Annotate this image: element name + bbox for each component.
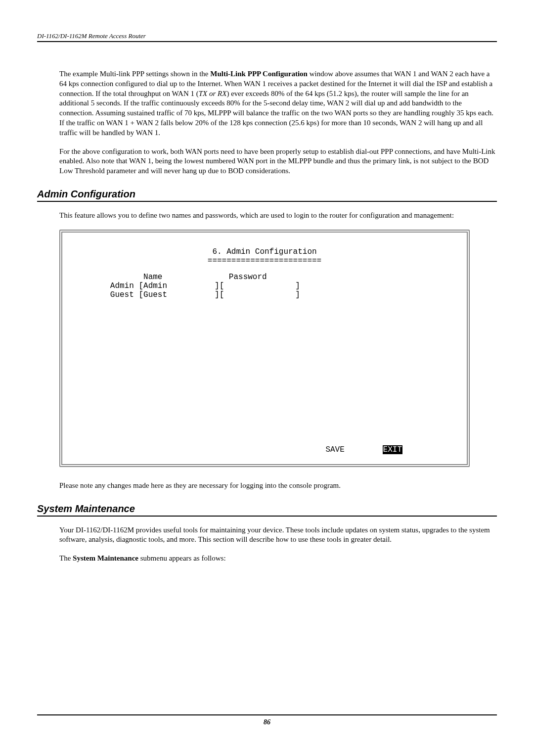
terminal-title: 6. Admin Configuration (72, 247, 457, 256)
paragraph-1: The example Multi-link PPP settings show… (59, 69, 497, 138)
terminal-col-header: Name Password (72, 273, 267, 282)
p1-bold1: Multi-Link PPP Configuration (210, 70, 308, 78)
p1-seg1: The example Multi-link PPP settings show… (59, 70, 210, 78)
heading-rule (37, 201, 497, 202)
heading-rule-2 (37, 516, 497, 517)
paragraph-2: For the above configuration to work, bot… (59, 147, 497, 176)
page-header: DI-1162/DI-1162M Remote Access Router (37, 32, 497, 42)
paragraph-3: This feature allows you to define two na… (59, 211, 497, 221)
p6-bold1: System Maintenance (73, 554, 138, 562)
paragraph-5: Your DI-1162/DI-1162M provides useful to… (59, 525, 497, 545)
p1-ital1: TX or RX (199, 90, 227, 97)
terminal-footer: SAVE EXIT (325, 445, 402, 454)
terminal-exit-button[interactable]: EXIT (383, 445, 402, 454)
heading-admin-config: Admin Configuration (37, 189, 497, 200)
terminal-screenshot: 6. Admin Configuration =================… (59, 230, 470, 467)
terminal-row-guest: Guest [Guest ][ ] (72, 290, 300, 299)
paragraph-4: Please note any changes made here as the… (59, 481, 497, 491)
terminal-divider: ======================== (72, 256, 457, 265)
page-number: 86 (37, 718, 497, 726)
terminal-save-button[interactable]: SAVE (325, 445, 344, 454)
heading-system-maintenance: System Maintenance (37, 503, 497, 515)
page-footer: 86 (37, 714, 497, 726)
paragraph-6: The System Maintenance submenu appears a… (59, 554, 497, 564)
p6-seg1: The (59, 554, 73, 562)
terminal-body: Name Password Admin [Admin ][ ] Guest [G… (72, 273, 457, 299)
terminal-inner: 6. Admin Configuration =================… (62, 233, 467, 299)
p6-seg2: submenu appears as follows: (138, 554, 226, 562)
terminal-row-admin: Admin [Admin ][ ] (72, 282, 300, 290)
